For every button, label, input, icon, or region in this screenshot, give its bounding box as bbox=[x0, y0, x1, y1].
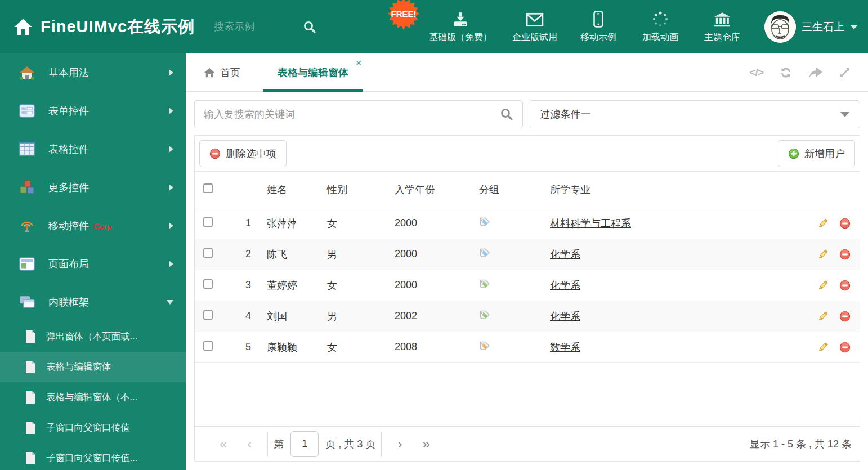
row-checkbox[interactable] bbox=[203, 248, 213, 258]
sidebar-item-mobile-controls[interactable]: 移动控件 Corp. bbox=[0, 207, 186, 245]
last-page-button[interactable]: » bbox=[412, 437, 440, 451]
close-icon[interactable]: ✕ bbox=[355, 59, 362, 68]
major-link[interactable]: 化学系 bbox=[550, 311, 580, 322]
row-checkbox[interactable] bbox=[203, 310, 213, 320]
search-icon[interactable] bbox=[500, 108, 513, 121]
home-icon[interactable] bbox=[14, 18, 33, 36]
cell-name: 董婷婷 bbox=[251, 270, 321, 301]
chevron-right-icon bbox=[169, 261, 173, 267]
free-badge: FREE! bbox=[385, 0, 422, 34]
sidebar-item-basic-usage[interactable]: 基本用法 bbox=[0, 53, 186, 92]
nav-basic-free[interactable]: 基础版（免费） bbox=[429, 12, 492, 43]
divider bbox=[267, 432, 268, 456]
major-link[interactable]: 数学系 bbox=[550, 342, 580, 353]
button-label: 删除选中项 bbox=[226, 147, 276, 160]
cell-gender: 女 bbox=[321, 208, 389, 239]
pagination-bar: « ‹ 第 页 , 共 3 页 › » 显示 1 - 5 条 , 共 12 条 bbox=[195, 426, 860, 461]
delete-icon[interactable] bbox=[839, 280, 851, 291]
sidebar-subitem-label: 子窗口向父窗口传值... bbox=[46, 452, 137, 464]
plus-circle-icon bbox=[788, 148, 799, 159]
tab-home[interactable]: 首页 bbox=[196, 53, 248, 91]
cell-gender: 女 bbox=[321, 332, 389, 362]
sidebar-subitem-grid-edit-window[interactable]: 表格与编辑窗体 bbox=[0, 352, 186, 382]
sidebar-subitem-popup-window[interactable]: 弹出窗体（本页面或... bbox=[0, 321, 186, 352]
share-icon[interactable] bbox=[808, 66, 823, 79]
cell-name: 张萍萍 bbox=[251, 208, 321, 239]
page-number-input[interactable] bbox=[290, 431, 319, 457]
filter-row: 过滤条件一 bbox=[194, 100, 860, 128]
select-all-checkbox[interactable] bbox=[203, 183, 213, 193]
header-search-input[interactable] bbox=[214, 21, 298, 33]
keyword-input[interactable] bbox=[204, 109, 500, 120]
col-group: 分组 bbox=[472, 172, 540, 208]
edit-icon[interactable] bbox=[817, 311, 829, 322]
sidebar-item-more-controls[interactable]: 更多控件 bbox=[0, 168, 186, 207]
chevron-right-icon bbox=[169, 69, 173, 76]
sidebar-item-form-controls[interactable]: 表单控件 bbox=[0, 92, 186, 130]
sidebar-item-inline-frame[interactable]: 内联框架 bbox=[0, 283, 186, 321]
first-page-button[interactable]: « bbox=[209, 437, 237, 451]
username: 三生石上 bbox=[802, 20, 844, 34]
nav-mobile-demo[interactable]: 移动示例 bbox=[578, 11, 619, 43]
sidebar-subitem-label: 表格与编辑窗体（不... bbox=[46, 391, 137, 404]
sidebar-item-grid-controls[interactable]: 表格控件 bbox=[0, 130, 186, 168]
nav-label: 企业版试用 bbox=[512, 32, 557, 43]
row-checkbox[interactable] bbox=[203, 279, 213, 289]
sidebar-item-label: 表单控件 bbox=[48, 104, 89, 118]
avatar[interactable] bbox=[764, 11, 796, 43]
nav-theme-store[interactable]: 主题仓库 bbox=[701, 12, 743, 43]
sidebar: 基本用法 表单控件 表格控件 bbox=[0, 53, 186, 470]
nav-label: 加载动画 bbox=[642, 32, 678, 43]
sidebar-subitem-grid-edit-window-2[interactable]: 表格与编辑窗体（不... bbox=[0, 382, 186, 413]
nav-label: 移动示例 bbox=[580, 32, 616, 43]
file-icon bbox=[25, 330, 36, 343]
nav-loading-animations[interactable]: 加载动画 bbox=[639, 11, 681, 43]
tab-toolbar: </> bbox=[750, 53, 861, 91]
row-checkbox[interactable] bbox=[203, 341, 213, 351]
major-link[interactable]: 化学系 bbox=[550, 249, 580, 260]
prev-page-button[interactable]: ‹ bbox=[237, 437, 262, 451]
house-icon bbox=[19, 65, 35, 80]
edit-icon[interactable] bbox=[817, 249, 829, 260]
tab-grid-edit-window[interactable]: 表格与编辑窗体 ✕ bbox=[263, 53, 363, 91]
search-icon[interactable] bbox=[303, 20, 316, 34]
edit-icon[interactable] bbox=[817, 342, 829, 353]
major-link[interactable]: 材料科学与工程系 bbox=[550, 218, 631, 229]
source-code-icon[interactable]: </> bbox=[750, 66, 763, 79]
nav-enterprise-trial[interactable]: 企业版试用 bbox=[512, 12, 557, 43]
sidebar-subitem-child-to-parent[interactable]: 子窗口向父窗口传值 bbox=[0, 413, 186, 443]
edit-icon[interactable] bbox=[817, 280, 829, 291]
delete-icon[interactable] bbox=[839, 218, 851, 229]
sidebar-subitem-child-to-parent-2[interactable]: 子窗口向父窗口传值... bbox=[0, 443, 186, 470]
corp-badge: Corp. bbox=[93, 221, 114, 231]
add-user-button[interactable]: 新增用户 bbox=[778, 140, 855, 167]
delete-icon[interactable] bbox=[839, 249, 851, 260]
expand-icon[interactable] bbox=[839, 66, 851, 79]
filter-select[interactable]: 过滤条件一 bbox=[530, 100, 861, 128]
cell-year: 2008 bbox=[389, 332, 472, 362]
next-page-button[interactable]: › bbox=[387, 437, 412, 451]
row-checkbox[interactable] bbox=[203, 217, 213, 227]
refresh-icon[interactable] bbox=[779, 66, 793, 79]
grid-toolbar: 删除选中项 新增用户 bbox=[195, 136, 860, 172]
edit-icon[interactable] bbox=[817, 218, 829, 229]
nav-label: 基础版（免费） bbox=[429, 32, 492, 43]
chevron-down-icon bbox=[850, 25, 858, 29]
row-index: 5 bbox=[224, 332, 251, 362]
sidebar-item-page-layout[interactable]: 页面布局 bbox=[0, 245, 186, 283]
delete-selected-button[interactable]: 删除选中项 bbox=[199, 140, 287, 167]
delete-icon[interactable] bbox=[839, 342, 851, 353]
row-index: 2 bbox=[224, 239, 251, 270]
grid-empty-space bbox=[195, 363, 860, 427]
tag-icon bbox=[479, 217, 490, 227]
cell-gender: 男 bbox=[321, 301, 389, 332]
user-menu[interactable]: 三生石上 bbox=[764, 11, 858, 43]
page-prefix: 第 bbox=[274, 437, 284, 451]
cell-name: 陈飞 bbox=[251, 239, 321, 270]
delete-icon[interactable] bbox=[839, 311, 851, 322]
filter-select-value: 过滤条件一 bbox=[540, 108, 591, 121]
file-icon bbox=[25, 421, 36, 435]
major-link[interactable]: 化学系 bbox=[550, 280, 580, 291]
form-icon bbox=[19, 104, 35, 118]
cubes-icon bbox=[19, 180, 35, 195]
